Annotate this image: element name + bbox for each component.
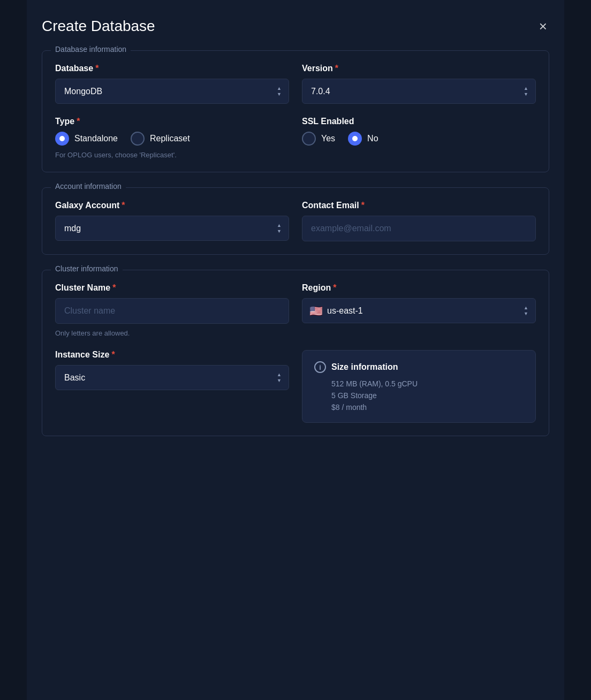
type-required: * [77,117,80,126]
modal-title: Create Database [42,18,155,35]
contact-email-required: * [361,201,365,210]
database-select-wrapper: MongoDB [55,79,289,104]
ssl-yes-label: Yes [321,134,335,143]
ssl-no-option[interactable]: No [348,132,378,146]
contact-email-field-group: Contact Email * [302,201,536,241]
region-select-wrapper: 🇺🇸 us-east-1 [302,298,536,323]
account-row: Galaxy Account * mdg Contact Email * [55,201,536,241]
cluster-name-label: Cluster Name * [55,283,289,293]
account-info-section: Account information Galaxy Account * mdg… [42,187,549,255]
ssl-yes-radio[interactable] [302,132,316,146]
info-icon: i [314,361,326,373]
database-required: * [95,64,98,73]
type-field-group: Type * Standalone Replicaset For OPLOG u… [55,117,289,159]
database-select[interactable]: MongoDB [55,79,289,104]
instance-size-field-group: Instance Size * Basic [55,350,289,390]
size-info-ram: 512 MB (RAM), 0.5 gCPU [314,379,524,388]
cluster-name-field-group: Cluster Name * Only letters are allowed. [55,283,289,337]
galaxy-account-field-group: Galaxy Account * mdg [55,201,289,241]
galaxy-account-label: Galaxy Account * [55,201,289,210]
ssl-field-group: SSL Enabled Yes No [302,117,536,159]
cluster-info-legend: Cluster information [51,264,123,273]
size-info-price: $8 / month [314,403,524,412]
type-hint: For OPLOG users, choose 'Replicaset'. [55,151,289,159]
instance-size-required: * [111,350,115,360]
database-label: Database * [55,64,289,73]
size-info-title: Size information [331,362,398,372]
ssl-no-label: No [367,134,378,143]
cluster-name-input[interactable] [55,298,289,324]
standalone-label: Standalone [74,134,118,143]
standalone-option[interactable]: Standalone [55,132,118,146]
cluster-info-section: Cluster information Cluster Name * Only … [42,270,549,436]
ssl-radio-group: Yes No [302,132,536,146]
instance-size-label: Instance Size * [55,350,289,360]
size-info-header: i Size information [314,361,524,373]
contact-email-input[interactable] [302,216,536,241]
version-select-wrapper: 7.0.4 [302,79,536,104]
cluster-name-hint: Only letters are allowed. [55,329,289,337]
instance-size-select[interactable]: Basic [55,365,289,390]
ssl-no-radio[interactable] [348,132,362,146]
type-ssl-row: Type * Standalone Replicaset For OPLOG u… [55,117,536,159]
standalone-radio[interactable] [55,132,69,146]
modal-header: Create Database × [42,17,549,35]
database-info-section: Database information Database * MongoDB … [42,50,549,172]
instance-size-row: Instance Size * Basic i Size information [55,350,536,423]
region-required: * [333,283,336,293]
galaxy-account-select[interactable]: mdg [55,216,289,241]
version-required: * [335,64,338,73]
ssl-yes-option[interactable]: Yes [302,132,335,146]
database-info-legend: Database information [51,45,131,54]
galaxy-account-required: * [122,201,125,210]
region-label: Region * [302,283,536,293]
region-field-group: Region * 🇺🇸 us-east-1 [302,283,536,337]
size-info-storage: 5 GB Storage [314,391,524,400]
replicaset-radio[interactable] [131,132,145,146]
account-info-legend: Account information [51,182,126,191]
version-field-group: Version * 7.0.4 [302,64,536,104]
size-info-box: i Size information 512 MB (RAM), 0.5 gCP… [302,350,536,423]
contact-email-label: Contact Email * [302,201,536,210]
database-field-group: Database * MongoDB [55,64,289,104]
type-radio-group: Standalone Replicaset [55,132,289,146]
ssl-label: SSL Enabled [302,117,536,126]
instance-size-select-wrapper: Basic [55,365,289,390]
type-label: Type * [55,117,289,126]
version-select[interactable]: 7.0.4 [302,79,536,104]
galaxy-account-select-wrapper: mdg [55,216,289,241]
create-database-modal: Create Database × Database information D… [27,0,564,700]
region-select[interactable]: us-east-1 [302,298,536,323]
replicaset-label: Replicaset [150,134,190,143]
version-label: Version * [302,64,536,73]
cluster-name-required: * [112,283,116,293]
database-version-row: Database * MongoDB Version * 7.0. [55,64,536,104]
cluster-name-region-row: Cluster Name * Only letters are allowed.… [55,283,536,337]
close-button[interactable]: × [537,17,549,35]
replicaset-option[interactable]: Replicaset [131,132,190,146]
size-info-group: i Size information 512 MB (RAM), 0.5 gCP… [302,350,536,423]
